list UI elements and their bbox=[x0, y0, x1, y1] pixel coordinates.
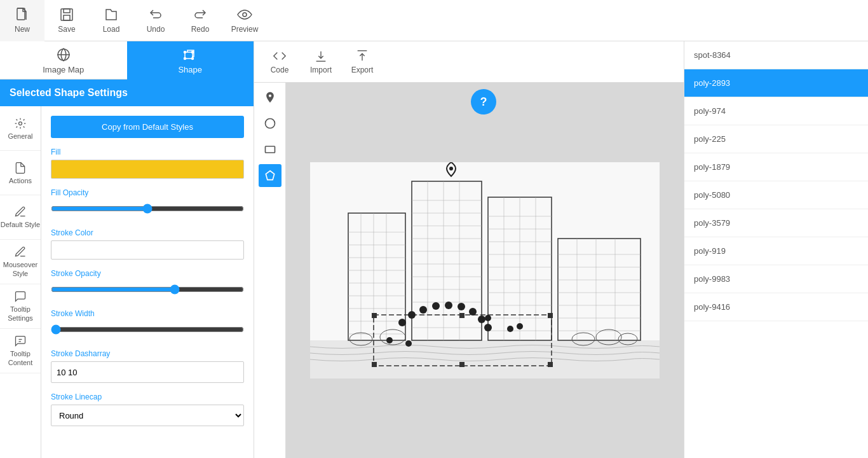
circle-tool-btn[interactable] bbox=[259, 112, 281, 135]
general-nav-btn[interactable]: General bbox=[0, 106, 41, 151]
svg-point-10 bbox=[192, 57, 194, 59]
svg-point-14 bbox=[265, 119, 275, 128]
default-style-icon bbox=[14, 205, 27, 218]
right-panel-item[interactable]: poly-974 bbox=[684, 97, 868, 125]
svg-rect-15 bbox=[265, 146, 275, 153]
actions-nav-btn[interactable]: Actions bbox=[0, 151, 41, 195]
pointer-tool-btn[interactable] bbox=[259, 86, 281, 109]
image-canvas bbox=[286, 83, 684, 458]
svg-point-11 bbox=[19, 121, 22, 125]
image-map-icon bbox=[56, 47, 71, 62]
svg-point-89 bbox=[445, 302, 452, 309]
shape-icon bbox=[182, 47, 198, 62]
right-panel-item[interactable]: poly-225 bbox=[684, 125, 868, 153]
svg-point-86 bbox=[408, 311, 416, 319]
right-panel-item[interactable]: spot-8364 bbox=[684, 41, 868, 69]
undo-icon bbox=[148, 7, 163, 22]
fill-color-picker[interactable] bbox=[51, 160, 244, 179]
new-button[interactable]: New bbox=[0, 0, 44, 41]
help-button[interactable]: ? bbox=[471, 89, 496, 114]
stroke-color-group: Stroke Color bbox=[51, 228, 244, 260]
right-panel-item[interactable]: poly-9416 bbox=[684, 293, 868, 321]
svg-rect-18 bbox=[310, 340, 660, 378]
tooltip-settings-nav-btn[interactable]: Tooltip Settings bbox=[0, 284, 41, 329]
stroke-linecap-select[interactable]: Round Butt Square bbox=[51, 405, 244, 426]
import-icon bbox=[314, 49, 328, 63]
svg-point-9 bbox=[184, 57, 186, 59]
stroke-dasharray-label: Stroke Dasharray bbox=[51, 349, 244, 358]
right-panel-item[interactable]: poly-2893 bbox=[684, 69, 868, 97]
rect-tool-btn[interactable] bbox=[259, 138, 281, 161]
svg-rect-3 bbox=[64, 15, 70, 20]
svg-rect-1 bbox=[61, 9, 72, 20]
default-style-nav-btn[interactable]: Default Style bbox=[0, 195, 41, 240]
left-sidebar: Image Map Shape Selected Shape Settings bbox=[0, 41, 254, 458]
right-panel-item[interactable]: poly-5080 bbox=[684, 181, 868, 209]
svg-rect-81 bbox=[548, 313, 553, 318]
redo-icon bbox=[193, 7, 208, 22]
svg-point-91 bbox=[469, 308, 477, 316]
stroke-width-label: Stroke Width bbox=[51, 309, 244, 318]
svg-point-95 bbox=[507, 326, 513, 332]
stroke-width-slider[interactable] bbox=[51, 324, 244, 335]
export-button[interactable]: Export bbox=[343, 45, 381, 80]
main-layout: Image Map Shape Selected Shape Settings bbox=[0, 41, 868, 458]
import-button[interactable]: Import bbox=[302, 45, 340, 80]
poly-tool-btn[interactable] bbox=[259, 164, 281, 187]
svg-rect-79 bbox=[372, 313, 377, 318]
shape-settings-panel: Copy from Default Styles Fill Fill Opaci… bbox=[41, 106, 254, 458]
selected-shape-header: Selected Shape Settings bbox=[0, 80, 254, 106]
right-panel-item[interactable]: poly-9983 bbox=[684, 265, 868, 293]
poly-icon bbox=[264, 169, 276, 182]
stroke-linecap-group: Stroke Linecap Round Butt Square bbox=[51, 392, 244, 426]
stroke-dasharray-group: Stroke Dasharray 10 10 bbox=[51, 349, 244, 383]
svg-rect-83 bbox=[459, 362, 465, 367]
copy-from-default-btn[interactable]: Copy from Default Styles bbox=[51, 116, 244, 138]
tooltip-content-nav-btn[interactable]: Tooltip Content bbox=[0, 329, 41, 373]
code-button[interactable]: Code bbox=[261, 45, 299, 80]
shape-tab[interactable]: Shape bbox=[127, 41, 254, 80]
svg-point-96 bbox=[517, 323, 523, 330]
building-sketch-svg bbox=[310, 162, 660, 378]
right-panel-item[interactable]: poly-1879 bbox=[684, 153, 868, 181]
preview-button[interactable]: Preview bbox=[222, 0, 267, 41]
mouseover-icon bbox=[14, 246, 27, 258]
svg-point-98 bbox=[405, 340, 412, 347]
mouseover-style-nav-btn[interactable]: Mouseover Style bbox=[0, 240, 41, 284]
image-map-tab[interactable]: Image Map bbox=[0, 41, 127, 80]
tooltip-content-icon bbox=[14, 335, 27, 347]
right-panel-item[interactable]: poly-919 bbox=[684, 237, 868, 265]
tooltip-settings-icon bbox=[14, 290, 27, 303]
fill-opacity-slider[interactable] bbox=[51, 204, 244, 214]
rect-icon bbox=[264, 143, 276, 156]
svg-point-90 bbox=[458, 303, 465, 310]
save-button[interactable]: Save bbox=[44, 0, 89, 41]
svg-point-94 bbox=[485, 315, 491, 321]
redo-button[interactable]: Redo bbox=[178, 0, 222, 41]
circle-icon bbox=[264, 117, 276, 130]
right-panel-list: spot-8364poly-2893poly-974poly-225poly-1… bbox=[684, 41, 868, 458]
svg-rect-82 bbox=[372, 362, 377, 367]
stroke-dasharray-input[interactable]: 10 10 bbox=[51, 361, 244, 383]
fill-opacity-group: Fill Opacity bbox=[51, 188, 244, 219]
svg-marker-16 bbox=[266, 171, 274, 180]
stroke-width-group: Stroke Width bbox=[51, 309, 244, 340]
svg-point-92 bbox=[478, 316, 485, 323]
stroke-opacity-slider-container bbox=[51, 281, 244, 300]
canvas-wrapper bbox=[254, 83, 684, 458]
undo-button[interactable]: Undo bbox=[133, 0, 178, 41]
svg-rect-80 bbox=[459, 313, 465, 318]
svg-point-97 bbox=[386, 337, 393, 344]
sidebar-icons: General Actions Default Style bbox=[0, 106, 41, 458]
right-panel: spot-8364poly-2893poly-974poly-225poly-1… bbox=[684, 41, 868, 458]
fill-group: Fill bbox=[51, 148, 244, 179]
stroke-opacity-label: Stroke Opacity bbox=[51, 269, 244, 278]
fill-opacity-slider-container bbox=[51, 200, 244, 219]
stroke-color-picker[interactable] bbox=[51, 240, 244, 260]
stroke-opacity-slider[interactable] bbox=[51, 284, 244, 295]
svg-point-77 bbox=[449, 167, 453, 170]
load-button[interactable]: Load bbox=[89, 0, 133, 41]
svg-point-88 bbox=[432, 302, 440, 310]
right-panel-item[interactable]: poly-3579 bbox=[684, 209, 868, 237]
canvas-toolbar: Code Import Export bbox=[254, 41, 684, 83]
